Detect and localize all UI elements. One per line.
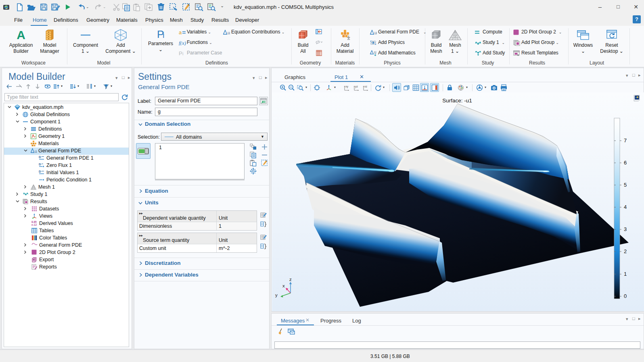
svg-text:4: 4 xyxy=(624,204,627,210)
svg-text:D: D xyxy=(39,170,41,173)
svg-text:6: 6 xyxy=(624,160,627,166)
svg-text:i: i xyxy=(163,31,164,40)
svg-text:a: a xyxy=(179,29,182,35)
svg-text:P: P xyxy=(179,50,182,56)
svg-text:0: 0 xyxy=(624,293,627,299)
svg-text:x: x xyxy=(282,283,285,288)
svg-text:xz: xz xyxy=(364,85,368,88)
svg-text:xy: xy xyxy=(345,85,349,88)
svg-text:Surface: -u1: Surface: -u1 xyxy=(442,98,472,104)
svg-text:A: A xyxy=(17,29,25,41)
svg-text:D: D xyxy=(39,162,41,166)
svg-text:y: y xyxy=(275,293,278,298)
svg-text:1: 1 xyxy=(624,271,627,277)
svg-text:D: D xyxy=(39,155,41,159)
svg-text:7: 7 xyxy=(624,137,627,144)
svg-text:5: 5 xyxy=(624,182,627,188)
svg-text:u: u xyxy=(374,50,376,54)
svg-text:u: u xyxy=(374,30,377,35)
svg-text:e-12: e-12 xyxy=(31,223,37,226)
svg-text:i: i xyxy=(182,51,183,56)
svg-text:u: u xyxy=(35,149,37,154)
svg-text:f(x): f(x) xyxy=(179,40,186,46)
svg-text:2: 2 xyxy=(624,248,627,254)
svg-text:u: u xyxy=(228,30,230,35)
svg-text:yz: yz xyxy=(355,85,358,88)
svg-text:z: z xyxy=(289,277,292,282)
svg-text:3: 3 xyxy=(624,226,627,232)
